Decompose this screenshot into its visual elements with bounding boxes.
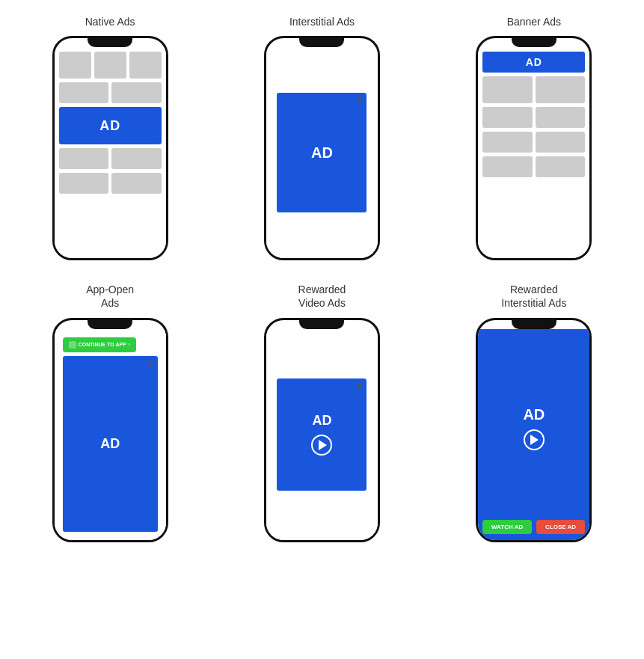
rewarded-video-screen: X AD [266,329,378,540]
interstitial-ads-label: Interstitial Ads [289,15,355,28]
app-icon [69,341,76,349]
appopen-ads-container: App-Open Ads CONTINUE TO APP › X AD [8,283,212,542]
ri-play-button [524,429,545,450]
native-ads-screen: AD [55,47,166,258]
phone-notch [299,320,344,329]
ad-types-grid: Native Ads [8,15,637,542]
rewarded-interstitial-container: Rewarded Interstitial Ads AD WATCH AD CL… [432,283,636,542]
rewarded-video-ad-block: X AD [277,378,367,491]
gray-block [482,76,533,103]
native-mid-row [59,82,162,103]
native-top-row [59,52,162,79]
banner-row3 [482,132,585,153]
phone-notch [88,320,132,329]
interstitial-ad-block: X AD [277,93,367,212]
continue-to-app-button[interactable]: CONTINUE TO APP › [63,337,137,352]
banner-content: AD [482,52,585,254]
gray-block [536,156,586,177]
gray-block [111,148,162,169]
gray-block [482,107,533,128]
play-icon [319,440,327,450]
native-ad-banner: AD [59,107,162,144]
phone-notch [299,38,344,47]
native-content: AD [59,52,162,194]
banner-row1 [482,76,585,103]
gray-block [111,173,162,194]
appopen-content: CONTINUE TO APP › X AD [59,334,162,536]
rewarded-video-phone: X AD [264,318,380,542]
native-bottom-row2 [59,173,162,194]
appopen-ads-label: App-Open Ads [86,283,134,310]
native-ads-phone: AD [52,36,168,260]
interstitial-screen: X AD [266,47,378,258]
interstitial-content: X AD [271,52,373,254]
banner-gray-content [482,76,585,254]
interstitial-ads-container: Interstitial Ads X AD [220,15,424,260]
gray-block [94,52,126,79]
ri-ad-label: AD [523,406,545,423]
rewarded-video-label: Rewarded Video Ads [298,283,346,310]
gray-block [129,52,162,79]
ri-play-icon [530,435,539,445]
gray-block [536,107,586,128]
rewarded-video-content: X AD [271,334,373,536]
banner-row2 [482,107,585,128]
continue-arrow: › [129,342,130,347]
appopen-screen: CONTINUE TO APP › X AD [55,329,166,540]
phone-notch [512,320,556,329]
gray-block [59,82,109,103]
banner-ads-label: Banner Ads [507,15,561,28]
native-ads-label: Native Ads [85,15,135,28]
banner-ads-phone: AD [476,36,592,260]
phone-notch [88,38,132,47]
rewarded-interstitial-content: AD WATCH AD CLOSE AD [478,329,589,540]
appopen-ad-block: X AD [63,356,158,532]
interstitial-ads-phone: X AD [264,36,380,260]
native-ads-container: Native Ads [8,15,212,260]
gray-block [59,52,91,79]
appopen-ads-phone: CONTINUE TO APP › X AD [52,318,168,542]
rewarded-interstitial-phone: AD WATCH AD CLOSE AD [476,318,592,542]
banner-screen: AD [478,47,589,258]
gray-block [536,132,586,153]
close-x-label: X [357,381,362,390]
close-ad-button[interactable]: CLOSE AD [536,520,586,534]
gray-block [536,76,586,103]
banner-ad-top: AD [482,52,585,73]
native-bottom-row1 [59,148,162,169]
close-x-label: X [357,96,362,105]
play-button-circle [311,435,332,456]
gray-block [482,132,533,153]
gray-block [59,148,109,169]
gray-block [482,156,533,177]
close-x-label: X [147,359,153,368]
rewarded-video-container: Rewarded Video Ads X AD [220,283,424,542]
rewarded-interstitial-screen: AD WATCH AD CLOSE AD [478,329,589,540]
rewarded-interstitial-label: Rewarded Interstitial Ads [501,283,566,310]
ri-action-buttons: WATCH AD CLOSE AD [482,520,585,534]
gray-block [111,82,162,103]
continue-label: CONTINUE TO APP [79,342,126,347]
banner-row4 [482,156,585,177]
phone-notch [512,38,556,47]
gray-block [59,173,109,194]
watch-ad-button[interactable]: WATCH AD [482,520,532,534]
ri-ad-content: AD [523,337,545,520]
banner-ads-container: Banner Ads AD [432,15,636,260]
